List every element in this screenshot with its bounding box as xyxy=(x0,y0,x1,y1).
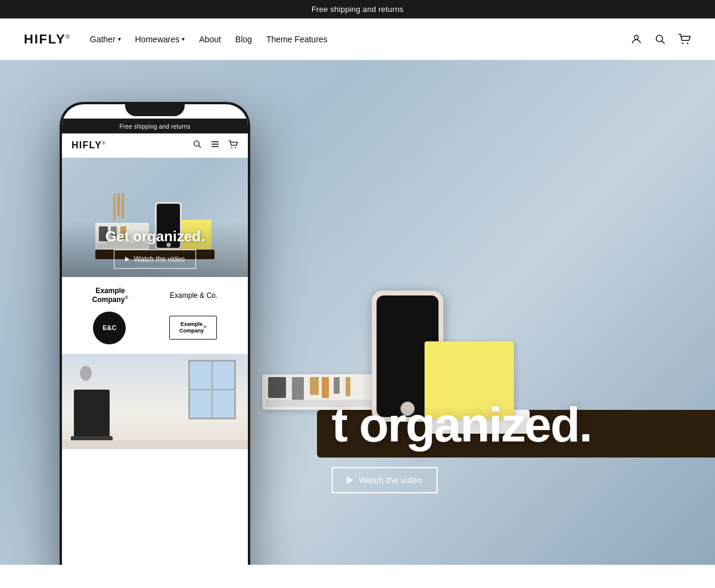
brands-row-1: ExampleCompany® Example & Co. xyxy=(72,287,238,304)
nav-gather[interactable]: Gather ▾ xyxy=(90,35,121,44)
brand-ec-circle-logo: E&C xyxy=(93,312,126,344)
svg-point-3 xyxy=(682,42,683,44)
phone-header: HIFLY® xyxy=(62,133,248,158)
window-pane-3 xyxy=(189,390,212,418)
mini-pencils xyxy=(113,194,131,223)
main-nav: Gather ▾ Homewares ▾ About Blog Theme Fe… xyxy=(90,35,328,44)
phone-logo: HIFLY® xyxy=(72,140,106,151)
mini-pencil-1 xyxy=(113,194,116,220)
site-header: HIFLY® Gather ▾ Homewares ▾ About Blog T… xyxy=(0,18,715,60)
hero-text-container: t organized. Watch the video xyxy=(331,400,591,493)
svg-point-5 xyxy=(194,141,200,147)
window-pane-1 xyxy=(189,361,212,390)
phone-announcement-bar: Free shipping and returns xyxy=(62,119,248,133)
phone-play-icon xyxy=(125,257,129,262)
phone-content-image xyxy=(62,354,248,449)
phone-mockup: Free shipping and returns HIFLY® xyxy=(60,102,250,565)
svg-point-0 xyxy=(635,35,639,39)
phone-brands-section: ExampleCompany® Example & Co. E&C Exampl… xyxy=(62,277,248,354)
play-icon xyxy=(347,477,353,484)
nav-about[interactable]: About xyxy=(199,35,221,44)
phone-cart-icon[interactable] xyxy=(228,140,238,151)
nav-blog[interactable]: Blog xyxy=(235,35,252,44)
phone-watch-label: Watch the video xyxy=(134,255,185,263)
phone-watch-video-button[interactable]: Watch the video xyxy=(114,250,197,269)
chevron-down-icon: ▾ xyxy=(118,36,121,42)
phone-search-icon[interactable] xyxy=(192,139,202,151)
brand-example-company-rect-logo: ExampleCompany® xyxy=(169,316,217,340)
phone-header-icons xyxy=(192,139,238,151)
watch-video-button[interactable]: Watch the video xyxy=(331,467,437,493)
brand-example-company-text: ExampleCompany® xyxy=(92,287,129,304)
site-logo[interactable]: HIFLY® xyxy=(24,32,71,47)
phone-hero-section: Get organized. Watch the video xyxy=(62,158,248,277)
watch-label: Watch the video xyxy=(359,475,422,485)
header-left: HIFLY® Gather ▾ Homewares ▾ About Blog T… xyxy=(24,32,328,47)
room-clock xyxy=(80,366,92,381)
account-icon[interactable] xyxy=(630,33,642,45)
mini-pencil-2 xyxy=(117,194,120,216)
room-tv xyxy=(74,390,110,437)
svg-point-11 xyxy=(235,147,236,148)
announcement-bar: Free shipping and returns xyxy=(0,0,715,18)
cart-icon[interactable] xyxy=(678,33,691,45)
phone-menu-icon[interactable] xyxy=(210,139,220,151)
window-pane-4 xyxy=(212,390,235,418)
phone-notch xyxy=(125,102,185,116)
brands-row-2: E&C ExampleCompany® xyxy=(72,312,238,344)
hero-headline: t organized. xyxy=(331,400,591,449)
header-icons xyxy=(630,33,691,45)
brand-example-co-text: Example & Co. xyxy=(170,291,217,300)
search-icon[interactable] xyxy=(654,33,666,45)
svg-point-10 xyxy=(231,147,232,148)
nav-homewares[interactable]: Homewares ▾ xyxy=(135,35,185,44)
phone-hero-headline: Get organized. xyxy=(72,228,238,245)
mini-pencil-3 xyxy=(122,194,124,219)
svg-point-4 xyxy=(687,42,689,44)
phone-mockup-inner: Free shipping and returns HIFLY® xyxy=(62,104,248,565)
announcement-text: Free shipping and returns xyxy=(312,5,404,14)
room-window xyxy=(188,360,236,419)
svg-point-1 xyxy=(656,35,663,42)
room-floor xyxy=(62,440,248,449)
nav-theme-features[interactable]: Theme Features xyxy=(266,35,328,44)
svg-line-2 xyxy=(662,41,665,43)
chevron-down-icon: ▾ xyxy=(182,36,185,42)
window-pane-2 xyxy=(212,361,235,390)
svg-line-6 xyxy=(198,145,201,148)
hero-section: t organized. Watch the video Free shippi… xyxy=(0,60,715,565)
